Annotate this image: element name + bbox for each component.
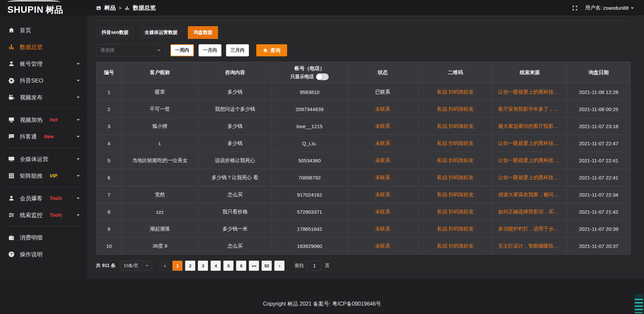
sidebar-item-douketong[interactable]: 抖客通New (0, 128, 87, 145)
page-button-3[interactable]: 3 (198, 261, 208, 271)
sliders-icon (8, 212, 15, 218)
account-cell: 917024162 (272, 186, 347, 203)
source-cell[interactable]: 让你一眼就爱上的黑科技，能... (492, 169, 567, 186)
sidebar-item-video-heat[interactable]: 视频加热Hot (0, 111, 87, 128)
qr-cell[interactable]: 私信 扫码加好友 (418, 84, 492, 101)
table-row: 3狐小狸多少钱love__1215未联系私信 扫码加好友被大家追着问的客厅投影分… (96, 118, 631, 135)
user-menu[interactable]: 用户名: zswodun88 (585, 5, 635, 11)
source-cell[interactable]: 让你一眼就爱上的黑科技，能... (492, 135, 567, 152)
screen-icon (8, 156, 15, 162)
content-cell: 多少钱 (198, 84, 272, 101)
sidebar-item-consumption[interactable]: 消费明细 (0, 229, 87, 246)
status-cell: 未联系 (347, 152, 418, 169)
sidebar-item-home[interactable]: 首页 (0, 22, 87, 39)
filter-bar: 请选择 一周内一月内三月内 查询 (96, 44, 631, 56)
sidebar-item-label: 全媒体运营 (20, 155, 48, 163)
goto-page-input[interactable] (307, 261, 322, 271)
date-cell: 2021-11-08 12:28 (567, 84, 631, 101)
chevron-down-icon (76, 134, 80, 139)
phone-only-toggle[interactable] (316, 73, 329, 80)
qr-cell[interactable]: 私信 扫码加好友 (418, 169, 492, 186)
status-cell: 已联系 (347, 84, 418, 101)
sidebar-item-instructions[interactable]: ?操作说明 (0, 246, 87, 263)
range-button[interactable]: 三月内 (226, 44, 249, 56)
pagination: 共 911 条 10条/页 ‹ 123456•••92 › 前往 页 (96, 261, 631, 271)
pagination-ellipsis[interactable]: ••• (249, 261, 259, 271)
page-size-select[interactable]: 10条/页 (120, 261, 152, 271)
prev-page-button[interactable]: ‹ (160, 261, 170, 271)
column-header: 状态 (347, 62, 418, 84)
source-cell[interactable]: 如何正确选择投影仪，买投影... (492, 203, 567, 220)
source-cell[interactable]: 感谢大家喜欢我家，被问了好... (492, 186, 567, 203)
page-button-4[interactable]: 4 (211, 261, 221, 271)
chevron-down-icon (157, 48, 161, 53)
chevron-down-icon (76, 173, 80, 178)
fullscreen-icon[interactable] (572, 5, 578, 11)
search-button[interactable]: 查询 (256, 44, 287, 56)
source-cell[interactable]: 客厅安装投影半年多了，真实... (492, 101, 567, 118)
sidebar-item-account-manage[interactable]: 账号管理 (0, 55, 87, 72)
breadcrumb-root[interactable]: 树品 (104, 4, 116, 12)
qr-cell[interactable]: 私信 扫码加好友 (418, 101, 492, 118)
date-cell: 2021-11-07 21:42 (567, 203, 631, 220)
account-cell: love__1215 (272, 118, 347, 135)
column-header: 线索来源 (492, 62, 567, 84)
qr-cell[interactable]: 私信 扫码加好友 (418, 152, 492, 169)
page-button-5[interactable]: 5 (223, 261, 233, 271)
table-row: 1036度 8怎么买183929060未联系私信 扫码加好友无主灯设计，智能磁吸… (96, 238, 631, 255)
source-cell[interactable]: 让你一眼就爱上的黑科技，能... (492, 84, 567, 101)
date-cell: 2021-11-07 23:18 (567, 118, 631, 135)
sidebar-item-badge: VIP (50, 173, 57, 178)
account-cell: 2097344839 (272, 101, 347, 118)
page-button-2[interactable]: 2 (185, 261, 195, 271)
sidebar-item-data-overview[interactable]: 数据总览 (0, 39, 87, 55)
page-button-6[interactable]: 6 (236, 261, 246, 271)
qr-cell[interactable]: 私信 扫码加好友 (418, 203, 492, 220)
sidebar-item-member-baoke[interactable]: 会员爆客Tools (0, 190, 87, 207)
table-row: 1暖章多少钱9583810已联系私信 扫码加好友让你一眼就爱上的黑科技，能...… (96, 84, 631, 101)
goto-suffix: 页 (325, 263, 329, 269)
chevron-down-icon (76, 117, 80, 122)
user-icon (8, 60, 15, 67)
qr-cell[interactable]: 私信 扫码加好友 (418, 238, 492, 255)
sidebar-item-label: 矩阵助推 (20, 172, 43, 180)
account-cell: 183929060 (272, 238, 347, 255)
tab-2[interactable]: 询盘数据 (188, 26, 218, 39)
sidebar-item-badge: Tools (50, 212, 62, 218)
source-cell[interactable]: 让你一眼就爱上的黑科技，能... (492, 152, 567, 169)
row-number: 10 (96, 238, 122, 255)
sidebar-item-badge: Hot (50, 117, 57, 122)
page-button-1[interactable]: 1 (172, 261, 182, 271)
date-cell: 2021-11-07 20:37 (567, 238, 631, 255)
status-cell: 未联系 (347, 118, 418, 135)
sidebar-item-video-publish[interactable]: 视频发布 (0, 89, 87, 106)
sidebar-item-douyin-seo[interactable]: 抖音SEO (0, 72, 87, 89)
qr-cell[interactable]: 私信 扫码加好友 (418, 118, 492, 135)
monitor-play-icon (8, 116, 15, 123)
tab-1[interactable]: 全媒体运营数据 (139, 26, 183, 39)
chat-widget[interactable] (635, 294, 643, 313)
inquiry-table: 编号客户昵称咨询内容帐号（电话）只显示电话状态二维码线索来源询盘日期 1暖章多少… (96, 62, 631, 255)
account-cell: 178651642 (272, 220, 347, 238)
page-button-92[interactable]: 92 (262, 261, 272, 271)
qr-cell[interactable]: 私信 扫码加好友 (418, 220, 492, 238)
tab-0[interactable]: 抖音seo数据 (96, 26, 134, 39)
account-select[interactable]: 请选择 (96, 44, 166, 56)
source-cell[interactable]: 无主灯设计，智能磁吸轨道灯... (492, 238, 567, 255)
content-cell: 我想问这个多少钱 (198, 101, 272, 118)
sidebar-item-clue-monitor[interactable]: 线索监控Tools (0, 207, 87, 223)
sidebar-item-matrix-boost[interactable]: 矩阵助推VIP (0, 167, 87, 184)
content-cell: 怎么买 (198, 186, 272, 203)
image-icon (96, 5, 101, 11)
qr-cell[interactable]: 私信 扫码加好友 (418, 135, 492, 152)
source-cell[interactable]: 被大家追着问的客厅投影分享... (492, 118, 567, 135)
nickname-cell (122, 169, 198, 186)
sidebar-item-media-ops[interactable]: 全媒体运营 (0, 151, 87, 167)
range-button[interactable]: 一月内 (199, 44, 221, 56)
range-button[interactable]: 一周内 (170, 44, 194, 56)
account-cell: 50534380 (272, 152, 347, 169)
source-cell[interactable]: 多功能护栏灯，适用于乡村文... (492, 220, 567, 238)
qr-cell[interactable]: 私信 扫码加好友 (418, 186, 492, 203)
status-cell: 未联系 (347, 238, 418, 255)
next-page-button[interactable]: › (274, 261, 284, 271)
